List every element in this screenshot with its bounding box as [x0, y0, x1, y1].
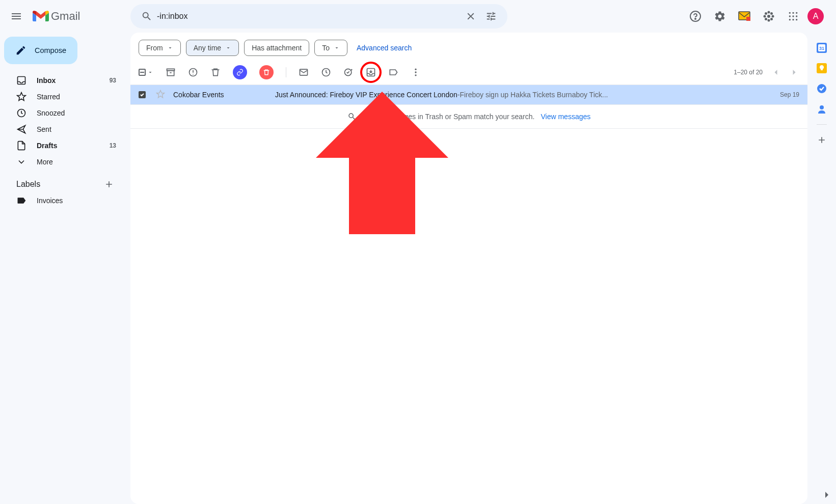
- ext-icon-1[interactable]: [734, 6, 754, 26]
- row-checkbox[interactable]: [139, 91, 149, 98]
- email-subject-area: Just Announced: Fireboy VIP Experience C…: [275, 91, 774, 99]
- star-outline-icon: [156, 90, 165, 99]
- svg-point-5: [768, 11, 770, 14]
- filter-bar: From Any time Has attachment To Advanced…: [130, 33, 807, 63]
- send-icon: [16, 124, 26, 134]
- sidebar-item-more[interactable]: More: [4, 154, 126, 170]
- plus-icon[interactable]: [104, 179, 114, 189]
- sidebar-label-invoices[interactable]: Invoices: [4, 192, 126, 209]
- star-icon: [16, 92, 26, 102]
- svg-point-32: [415, 69, 416, 70]
- gmail-logo-icon: [33, 10, 49, 22]
- main-menu-button[interactable]: [4, 4, 29, 29]
- ext-circle-blue[interactable]: [233, 65, 247, 79]
- ext-circle-red[interactable]: [259, 65, 274, 79]
- email-row[interactable]: Cokobar Events Just Announced: Fireboy V…: [130, 85, 807, 105]
- panel-toggle[interactable]: [821, 489, 833, 501]
- hamburger-icon: [10, 10, 22, 22]
- nav-label: Invoices: [37, 197, 120, 205]
- advanced-search-link[interactable]: Advanced search: [357, 44, 412, 52]
- svg-point-40: [820, 105, 824, 109]
- svg-point-19: [789, 19, 791, 20]
- sidebar-item-starred[interactable]: Starred: [4, 89, 126, 105]
- add-app-button[interactable]: [817, 135, 827, 145]
- contacts-icon: [817, 104, 827, 114]
- mark-unread-button[interactable]: [299, 67, 309, 77]
- trash-icon: [210, 67, 221, 77]
- search-input[interactable]: [157, 12, 461, 21]
- ext-icon-2[interactable]: [759, 6, 779, 26]
- row-star[interactable]: [156, 90, 166, 100]
- keep-app[interactable]: [817, 63, 827, 73]
- side-panel: 31: [807, 33, 836, 504]
- support-button[interactable]: [685, 6, 706, 26]
- next-page-button[interactable]: [789, 67, 799, 77]
- nav-count: 13: [110, 142, 120, 149]
- settings-button[interactable]: [710, 6, 730, 26]
- filter-anytime[interactable]: Any time: [186, 40, 239, 56]
- apps-button[interactable]: [783, 6, 803, 26]
- sidebar-item-sent[interactable]: Sent: [4, 121, 126, 137]
- search-icon: [347, 112, 357, 121]
- svg-point-6: [768, 19, 770, 22]
- search-button[interactable]: [137, 11, 157, 22]
- svg-point-1: [695, 18, 696, 19]
- logo-area[interactable]: Gmail: [29, 10, 130, 23]
- svg-point-20: [792, 19, 794, 20]
- svg-rect-26: [167, 71, 174, 76]
- plus-icon: [817, 135, 827, 145]
- nav-count: 93: [110, 77, 120, 84]
- compose-button[interactable]: Compose: [4, 37, 77, 64]
- prev-page-button[interactable]: [771, 67, 781, 77]
- archive-button[interactable]: [166, 67, 176, 77]
- chevron-right-icon: [789, 67, 799, 77]
- close-icon: [465, 11, 476, 22]
- filter-to[interactable]: To: [314, 40, 347, 56]
- svg-point-12: [770, 18, 773, 20]
- pencil-icon: [15, 45, 26, 56]
- labels-button[interactable]: [388, 67, 398, 77]
- account-avatar[interactable]: A: [807, 8, 824, 24]
- trash-white-icon: [263, 69, 270, 76]
- filter-attachment[interactable]: Has attachment: [244, 40, 309, 56]
- search-bar[interactable]: [130, 4, 507, 29]
- toolbar: 1–20 of 20: [130, 63, 807, 85]
- nav-label: More: [37, 158, 120, 166]
- more-button[interactable]: [411, 67, 421, 77]
- tasks-app[interactable]: [817, 83, 827, 94]
- sidebar-item-drafts[interactable]: Drafts 13: [4, 137, 126, 154]
- calendar-app[interactable]: 31: [817, 43, 827, 53]
- more-vert-icon: [411, 67, 421, 77]
- labels-header: Labels: [4, 170, 126, 192]
- search-icon: [141, 11, 152, 22]
- svg-point-21: [796, 19, 797, 20]
- svg-point-4: [767, 15, 770, 18]
- apps-grid-icon: [788, 11, 798, 21]
- flower-icon: [763, 10, 775, 22]
- delete-button[interactable]: [210, 67, 221, 77]
- view-messages-link[interactable]: View messages: [541, 113, 590, 121]
- help-icon: [689, 10, 702, 22]
- calendar-icon: 31: [817, 43, 827, 53]
- select-all-checkbox[interactable]: [139, 69, 153, 76]
- chevron-down-icon: [16, 157, 26, 167]
- contacts-app[interactable]: [817, 104, 827, 114]
- spam-button[interactable]: [188, 67, 198, 77]
- add-task-button[interactable]: [343, 67, 354, 77]
- svg-text:31: 31: [819, 46, 824, 51]
- sidebar-item-snoozed[interactable]: Snoozed: [4, 105, 126, 121]
- snooze-button[interactable]: [321, 67, 331, 77]
- svg-point-17: [792, 15, 794, 17]
- email-subject: Just Announced: Fireboy VIP Experience C…: [275, 91, 457, 99]
- dropdown-icon: [167, 45, 173, 51]
- move-to-inbox-button[interactable]: [366, 67, 376, 77]
- filter-from[interactable]: From: [139, 40, 181, 56]
- dropdown-icon: [147, 69, 153, 75]
- file-icon: [16, 141, 26, 151]
- search-options-button[interactable]: [481, 6, 501, 26]
- svg-point-14: [792, 12, 794, 14]
- email-date: Sep 19: [780, 91, 799, 98]
- svg-point-7: [764, 15, 766, 18]
- clear-search-button[interactable]: [461, 6, 481, 26]
- sidebar-item-inbox[interactable]: Inbox 93: [4, 72, 126, 89]
